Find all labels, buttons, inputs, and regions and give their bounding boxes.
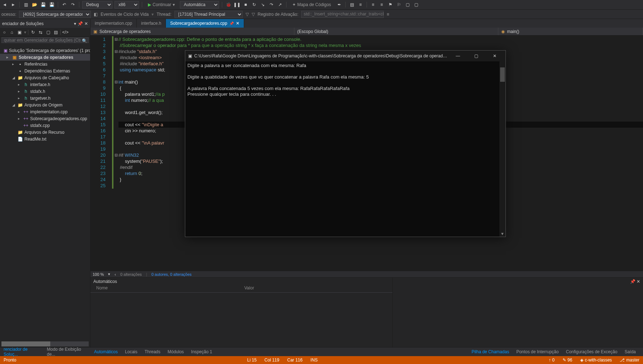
align-right-icon[interactable]: ≡ bbox=[378, 1, 385, 8]
search-icon[interactable]: 🔍 bbox=[82, 38, 87, 43]
dropdown-icon[interactable]: ▾ bbox=[74, 21, 76, 26]
status-branch[interactable]: ⎇master bbox=[620, 358, 639, 363]
save-all-icon[interactable]: 💾 bbox=[48, 1, 55, 8]
panel-tab[interactable]: Automáticos bbox=[90, 348, 121, 356]
collapse-icon[interactable]: ⇆ bbox=[38, 29, 43, 35]
debug-icon[interactable]: 🐞 bbox=[225, 1, 232, 8]
panel-tab[interactable]: Pontos de Interrupção bbox=[513, 348, 562, 356]
solution-search-input[interactable] bbox=[1, 37, 89, 43]
close-icon[interactable]: ✕ bbox=[637, 279, 640, 284]
panel-tab[interactable]: Configurações de Exceção bbox=[562, 348, 621, 356]
showall-icon[interactable]: ▢ bbox=[45, 29, 51, 35]
home-icon[interactable]: ○ bbox=[1, 29, 7, 35]
step-out-icon[interactable]: ↗ bbox=[277, 1, 283, 8]
status-publish[interactable]: ↑0 bbox=[549, 358, 555, 363]
callstack-body[interactable] bbox=[393, 285, 643, 347]
codemap-button[interactable]: ✦ Mapa de Códigos bbox=[289, 1, 334, 8]
codelens-authors[interactable]: 0 autores, 0 alterações bbox=[152, 272, 192, 276]
process-dropdown[interactable]: [4092] Sobrecarga de operadores. bbox=[19, 11, 91, 18]
tree-node[interactable]: ◢📁Arquivos de Origem bbox=[0, 101, 90, 108]
panel-tab[interactable]: Saída bbox=[621, 348, 639, 356]
panel-tab[interactable]: Inspeção 1 bbox=[187, 348, 216, 356]
tree-node[interactable]: ▸▪Referências bbox=[0, 61, 90, 67]
indent-icon[interactable]: ≡ bbox=[357, 1, 364, 8]
redo-icon[interactable]: ↷ bbox=[70, 1, 76, 8]
console-scrollbar[interactable]: ▴ ▾ bbox=[499, 61, 505, 237]
overflow-icon[interactable]: ≡ bbox=[387, 12, 389, 17]
tree-node[interactable]: ▸hinterface.h bbox=[0, 81, 90, 88]
lifecycle-icon[interactable]: ◧ bbox=[94, 12, 98, 17]
solution-tree[interactable]: ▣Solução 'Sobrecarga de operadores' (1 p… bbox=[0, 46, 90, 341]
bookmark-icon[interactable]: ⚑ bbox=[387, 1, 393, 8]
platform-dropdown[interactable]: x86 bbox=[115, 1, 139, 9]
save-icon[interactable]: 💾 bbox=[40, 1, 46, 8]
maximize-button[interactable]: ▢ bbox=[468, 51, 484, 61]
console-output[interactable]: Digite a palavra a ser concatenada com e… bbox=[185, 61, 505, 237]
tree-node[interactable]: 📄ReadMe.txt bbox=[0, 136, 90, 142]
new-project-icon[interactable]: ▥ bbox=[23, 1, 29, 8]
pause-icon[interactable]: ❚❚ bbox=[234, 1, 240, 8]
editor-tab[interactable]: Sobrecargadeoperadores.cpp📌✕ bbox=[166, 19, 244, 28]
status-repo[interactable]: ◈c-with-classes bbox=[580, 358, 612, 363]
nav-fwd-icon[interactable]: ► bbox=[10, 1, 17, 8]
code-icon[interactable]: </> bbox=[62, 29, 68, 35]
align-left-icon[interactable]: ≡ bbox=[370, 1, 376, 8]
nav-project[interactable]: ▣Sobrecarga de operadores bbox=[90, 28, 294, 35]
restart-icon[interactable]: ↻ bbox=[251, 1, 257, 8]
flag-icon[interactable]: ⚐ bbox=[396, 1, 402, 8]
autos-body[interactable] bbox=[90, 293, 392, 347]
panel-tab[interactable]: Modo de Exibição de... bbox=[43, 348, 90, 356]
pin-icon[interactable]: 📌 bbox=[229, 22, 234, 25]
close-panel-icon[interactable]: ✕ bbox=[84, 21, 88, 26]
properties-icon[interactable]: ▤ bbox=[53, 29, 59, 35]
home2-icon[interactable]: ⌂ bbox=[9, 29, 15, 35]
panel-tab[interactable]: renciador de Soluç... bbox=[0, 348, 43, 356]
tree-node[interactable]: ◢📁Arquivos de Cabeçalho bbox=[0, 74, 90, 81]
editor-tab[interactable]: implementation.cpp bbox=[90, 19, 137, 28]
undo-icon[interactable]: ↶ bbox=[61, 1, 67, 8]
nav-scope[interactable]: (Escopo Global) bbox=[294, 28, 498, 35]
tree-node[interactable]: ▸▣Sobrecarga de operadores bbox=[0, 54, 90, 61]
refresh-icon[interactable]: ↻ bbox=[30, 29, 36, 35]
console-titlebar[interactable]: ▣ C:\Users\Rafa\Google Drive\Linguagens … bbox=[185, 51, 505, 61]
uncomment-icon[interactable]: ▢ bbox=[413, 1, 419, 8]
tree-node[interactable]: ▸++implementation.cpp bbox=[0, 108, 90, 115]
tree-node[interactable]: 📁Arquivos de Recurso bbox=[0, 129, 90, 136]
editor-tab[interactable]: interface.h bbox=[137, 19, 166, 28]
sync-icon[interactable]: ▣ bbox=[17, 29, 22, 35]
tree-hscroll[interactable] bbox=[1, 341, 89, 346]
pin-icon[interactable]: 📌 bbox=[630, 279, 635, 284]
thread-dropdown[interactable]: [17316] Thread Principal bbox=[174, 11, 243, 18]
pin-icon[interactable]: 📌 bbox=[78, 21, 83, 26]
panel-tab[interactable]: Locais bbox=[121, 348, 141, 356]
status-pending[interactable]: ✎96 bbox=[563, 358, 572, 363]
continue-button[interactable]: ▶Continuar ▾ bbox=[145, 1, 178, 8]
tree-node[interactable]: ++stdafx.cpp bbox=[0, 122, 90, 129]
toolbox-icon[interactable]: ✒ bbox=[336, 1, 343, 8]
step-into-icon[interactable]: ↘ bbox=[260, 1, 266, 8]
close-tab-icon[interactable]: ✕ bbox=[236, 21, 239, 26]
zoom-level[interactable]: 100 % bbox=[93, 272, 104, 276]
layers-icon[interactable]: ▤ bbox=[349, 1, 355, 8]
scroll-down-icon[interactable]: ▾ bbox=[499, 231, 505, 237]
tree-node[interactable]: ▣Solução 'Sobrecarga de operadores' (1 p… bbox=[0, 47, 90, 54]
tree-node[interactable]: ▪Dependências Externas bbox=[0, 67, 90, 74]
panel-tab[interactable]: Threads bbox=[141, 348, 164, 356]
panel-tab[interactable]: Módulos bbox=[164, 348, 187, 356]
config-dropdown[interactable]: Debug bbox=[82, 1, 112, 9]
comment-icon[interactable]: ▢ bbox=[404, 1, 411, 8]
nav-function[interactable]: ◉main() bbox=[498, 28, 643, 35]
activation-value[interactable]: std::_Insert_string<char,std::char_trait… bbox=[301, 11, 384, 18]
stop-icon[interactable]: ■ bbox=[242, 1, 249, 8]
panel-tab[interactable]: Pilha de Chamadas bbox=[468, 348, 513, 356]
automatic-dropdown[interactable]: Automática bbox=[180, 1, 219, 9]
close-button[interactable]: ✕ bbox=[486, 51, 503, 61]
filter-icon[interactable]: ▽ bbox=[246, 12, 249, 17]
minimize-button[interactable]: — bbox=[450, 51, 466, 61]
nav-back-icon[interactable]: ◄ bbox=[1, 1, 8, 8]
open-file-icon[interactable]: 📂 bbox=[31, 1, 38, 8]
filter2-icon[interactable]: ▽ bbox=[252, 12, 255, 17]
step-over-icon[interactable]: ↷ bbox=[268, 1, 275, 8]
changes-nav-prev[interactable]: ‹ bbox=[115, 272, 116, 276]
tree-node[interactable]: ▸++Sobrecargadeoperadores.cpp bbox=[0, 115, 90, 122]
